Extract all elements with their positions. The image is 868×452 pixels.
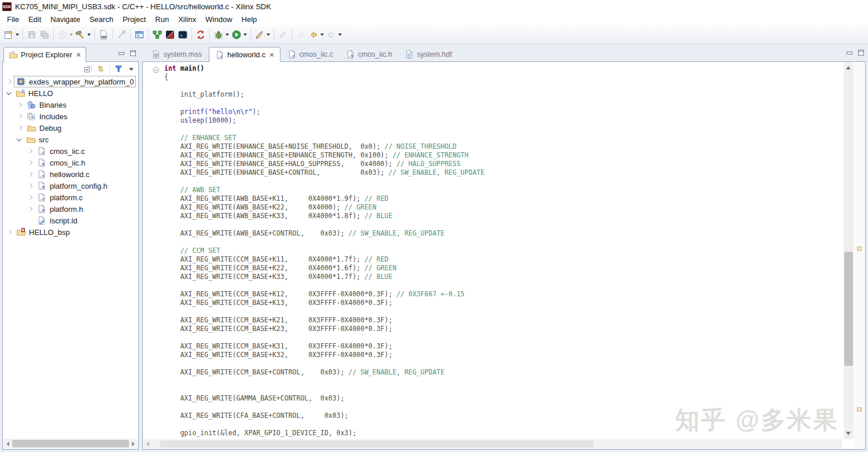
run-button[interactable]	[230, 28, 248, 42]
chevron-right-icon[interactable]	[17, 114, 22, 119]
filter-button[interactable]	[114, 64, 123, 74]
chevron-down-icon[interactable]	[267, 34, 270, 36]
chevron-down-icon[interactable]	[243, 34, 247, 36]
sdk-terminal-button[interactable]: >	[176, 28, 189, 42]
tree-item-helloworld-c[interactable]: .chelloworld.c	[3, 168, 137, 180]
code-line[interactable]: AXI_REG_WRITE(CCM_BASE+K23, 0X3FFFF-0X40…	[164, 325, 842, 333]
scroll-thumb[interactable]	[12, 440, 129, 447]
code-line[interactable]	[164, 82, 842, 90]
explorer-hscrollbar[interactable]	[3, 439, 138, 449]
tree-item-platform-config-h[interactable]: .hplatform_config.h	[3, 180, 137, 192]
close-icon[interactable]: ×	[269, 50, 274, 59]
code-line[interactable]: gpio_init(&led, XPAR_GPIO_1_DEVICE_ID, 0…	[164, 429, 842, 438]
scroll-down-icon[interactable]	[846, 432, 851, 435]
code-line[interactable]: init_platform();	[164, 90, 842, 99]
editor-tab-system-mss[interactable]: system.mss	[146, 47, 208, 62]
code-line[interactable]: AXI_REG_WRITE(CFA_BASE+CONTROL, 0x03);	[164, 411, 842, 420]
chevron-down-icon[interactable]	[87, 34, 91, 36]
new-button[interactable]	[2, 28, 20, 42]
code-line[interactable]: AXI_REG_WRITE(CCM_BASE+K22, 0X4000*1.6f)…	[164, 264, 842, 273]
chevron-down-icon[interactable]	[338, 34, 342, 36]
chevron-right-icon[interactable]	[28, 195, 32, 200]
code-line[interactable]: AXI_REG_WRITE(GAMMA_BASE+CONTROL, 0x03);	[164, 394, 842, 403]
tree-item-exdes-wrapper-hw-platform-0[interactable]: exdes_wrapper_hw_platform_0	[3, 76, 137, 87]
tree-item-cmos-iic-h[interactable]: .hcmos_iic.h	[3, 157, 137, 168]
tree-item-hello[interactable]: CHELLO	[3, 87, 137, 99]
tree-item-cmos-iic-c[interactable]: .ccmos_iic.c	[3, 145, 137, 157]
chevron-right-icon[interactable]	[7, 79, 12, 84]
chevron-down-icon[interactable]	[16, 34, 19, 36]
chevron-down-icon[interactable]	[226, 34, 229, 36]
chevron-right-icon[interactable]	[28, 183, 32, 188]
code-line[interactable]: AXI_REG_WRITE(CCM_BASE+K32, 0X3FFFF-0X40…	[164, 351, 842, 359]
menu-edit[interactable]: Edit	[24, 14, 46, 25]
ruler-annotation[interactable]	[857, 247, 862, 251]
chevron-right-icon[interactable]	[17, 102, 22, 107]
editor-vscrollbar[interactable]	[844, 63, 854, 439]
chevron-down-icon[interactable]	[320, 34, 324, 36]
tree-item-debug[interactable]: Debug	[3, 122, 137, 134]
code-line[interactable]: AXI_REG_WRITE(ENHANCE_BASE+ENHANCE_STREN…	[164, 151, 842, 160]
code-line[interactable]	[164, 281, 842, 290]
code-line[interactable]: AXI_REG_WRITE(ENHANCE_BASE+CONTROL, 0x03…	[164, 168, 842, 177]
code-line[interactable]: AXI_REG_WRITE(AWB_BASE+K33, 0X4000*1.8f)…	[164, 212, 842, 221]
tree-item-lscript-ld[interactable]: lscript.ld	[3, 215, 137, 226]
code-line[interactable]	[164, 99, 842, 108]
code-line[interactable]	[164, 238, 842, 247]
code-line[interactable]: AXI_REG_WRITE(CCM_BASE+K31, 0X3FFFF-0X40…	[164, 342, 842, 351]
editor-tab-cmos-iic-h[interactable]: .hcmos_iic.h	[340, 47, 398, 62]
code-line[interactable]	[164, 333, 842, 342]
code-line[interactable]: // AWB SET	[164, 186, 842, 194]
code-line[interactable]: usleep(10000);	[164, 116, 842, 125]
code-line[interactable]	[164, 125, 842, 134]
code-line[interactable]: int main()	[164, 64, 842, 73]
code-line[interactable]: AXI_REG_WRITE(CCM_BASE+CONTROL, 0x03); /…	[164, 368, 842, 377]
code-line[interactable]	[164, 307, 842, 316]
collapse-all-button[interactable]	[83, 64, 93, 74]
close-icon[interactable]: ×	[76, 50, 81, 59]
editor-tab-helloworld-c[interactable]: .chelloworld.c×	[209, 47, 280, 62]
chevron-right-icon[interactable]	[7, 230, 12, 234]
create-boot-image-button[interactable]: 010	[97, 28, 110, 42]
menu-help[interactable]: Help	[237, 14, 262, 25]
chevron-right-icon[interactable]	[17, 126, 22, 130]
tree-item-platform-h[interactable]: .hplatform.h	[3, 203, 137, 215]
menu-project[interactable]: Project	[118, 14, 150, 25]
code-line[interactable]: // ENHANCE SET	[164, 134, 842, 142]
menu-search[interactable]: Search	[85, 14, 118, 25]
chevron-down-icon[interactable]	[17, 136, 21, 141]
ruler-annotation[interactable]	[857, 407, 862, 411]
tree-item-platform-c[interactable]: .cplatform.c	[3, 192, 137, 203]
scroll-left-icon[interactable]	[6, 442, 9, 446]
tree-item-hello-bsp[interactable]: HELLO_bsp	[3, 226, 137, 238]
menu-window[interactable]: Window	[201, 14, 237, 25]
menu-navigate[interactable]: Navigate	[46, 14, 84, 25]
code-line[interactable]	[164, 420, 842, 429]
code-line[interactable]: // CCM SET	[164, 247, 842, 255]
chevron-right-icon[interactable]	[28, 207, 32, 211]
code-line[interactable]: AXI_REG_WRITE(CCM_BASE+K21, 0X3FFFF-0X40…	[164, 316, 842, 325]
view-menu-button[interactable]	[127, 64, 136, 74]
editor-tab-system-hdf[interactable]: system.hdf	[399, 47, 457, 62]
minimize-view-icon[interactable]	[118, 50, 125, 57]
editor-hscrollbar[interactable]	[143, 439, 842, 449]
code-line[interactable]: AXI_REG_WRITE(CCM_BASE+K12, 0X3FFFF-0X40…	[164, 290, 842, 299]
code-line[interactable]: AXI_REG_WRITE(ENHANCE_BASE+HALO_SUPPRESS…	[164, 160, 842, 168]
program-fpga-button[interactable]	[253, 28, 271, 42]
code-line[interactable]: AXI_REG_WRITE(AWB_BASE+K11, 0X4000*1.9f)…	[164, 194, 842, 203]
program-flash-button[interactable]	[151, 28, 164, 42]
chevron-down-icon[interactable]	[6, 90, 11, 94]
debug-button[interactable]	[212, 28, 230, 42]
code-line[interactable]	[164, 403, 842, 411]
chevron-right-icon[interactable]	[28, 172, 32, 177]
tree-item-src[interactable]: src	[3, 134, 137, 145]
build-button[interactable]	[74, 28, 92, 42]
chevron-right-icon[interactable]	[28, 149, 32, 153]
tree-item-includes[interactable]: hIncludes	[3, 111, 137, 122]
code-line[interactable]: AXI_REG_WRITE(AWB_BASE+CONTROL, 0x03); /…	[164, 229, 842, 238]
scroll-right-icon[interactable]	[132, 442, 135, 446]
menu-xilinx[interactable]: Xilinx	[173, 14, 201, 25]
menu-run[interactable]: Run	[150, 14, 173, 25]
code-line[interactable]: {	[164, 73, 842, 82]
code-line[interactable]: AXI_REG_WRITE(ENHANCE_BASE+NOISE_THRESHO…	[164, 142, 842, 151]
